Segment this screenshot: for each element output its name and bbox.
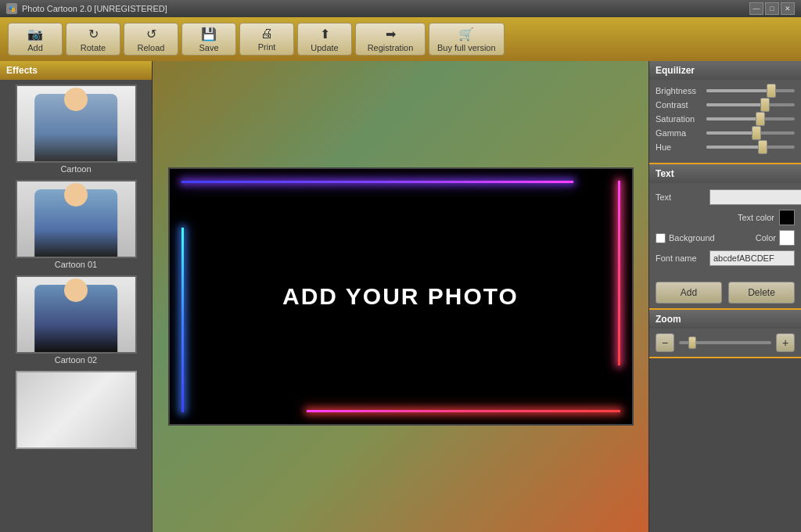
print-label: Print — [258, 42, 276, 52]
hue-row: Hue — [656, 142, 795, 152]
effect-thumbnail-cartoon01 — [16, 180, 137, 258]
effect-item-cartoon[interactable]: Cartoon — [3, 83, 149, 175]
zoom-out-button[interactable]: − — [656, 333, 674, 352]
update-button[interactable]: ⬆ Update — [297, 23, 352, 56]
buy-icon: 🛒 — [458, 27, 474, 41]
photo-sim — [17, 86, 135, 161]
saturation-row: Saturation — [656, 114, 795, 124]
neon-left — [181, 228, 184, 412]
save-button[interactable]: 💾 Save — [181, 23, 236, 56]
toolbar: 📷 Add ↻ Rotate ↺ Reload 💾 Save 🖨 Print ⬆… — [0, 17, 801, 61]
text-action-row: Add Delete — [649, 277, 801, 308]
registration-icon: ➡ — [386, 27, 396, 41]
main-area: Effects Cartoon — [0, 61, 801, 532]
effects-list[interactable]: Cartoon Cartoon 01 — [0, 80, 152, 532]
background-color-swatch[interactable] — [779, 230, 795, 246]
equalizer-header: Equilizer — [649, 61, 801, 80]
neon-bottom — [307, 410, 620, 412]
close-button[interactable]: ✕ — [781, 2, 795, 15]
background-checkbox[interactable] — [656, 233, 666, 243]
add-label: Add — [27, 43, 43, 52]
effect-label-cartoon01: Cartoon 01 — [55, 260, 97, 269]
text-section-body: Text Text color Background Color — [649, 183, 801, 277]
contrast-slider[interactable] — [706, 103, 795, 106]
canvas-frame[interactable]: ADD YOUR PHOTO — [168, 167, 634, 426]
save-label: Save — [199, 43, 218, 52]
add-button[interactable]: 📷 Add — [8, 23, 63, 56]
neon-frame — [181, 181, 620, 412]
print-button[interactable]: 🖨 Print — [239, 23, 294, 56]
save-icon: 💾 — [201, 27, 217, 41]
text-section: Text Text Text color Background C — [649, 164, 801, 310]
effect-item-cartoon01[interactable]: Cartoon 01 — [3, 178, 149, 271]
maximize-button[interactable]: □ — [765, 2, 779, 15]
text-field-label: Text — [656, 192, 706, 202]
buy-full-version-button[interactable]: 🛒 Buy full version — [429, 23, 505, 56]
effect-label-cartoon02: Cartoon 02 — [55, 355, 97, 365]
text-color-label: Text color — [738, 213, 774, 222]
font-name-row: Font name abcdefABCDEF — [656, 250, 795, 266]
print-icon: 🖨 — [260, 27, 273, 41]
zoom-in-button[interactable]: + — [776, 333, 795, 352]
app-icon: 🎭 — [6, 3, 17, 14]
gamma-label: Gamma — [656, 128, 706, 138]
minimize-button[interactable]: — — [749, 2, 763, 15]
titlebar: 🎭 Photo Cartoon 2.0 [UNREGISTERED] — □ ✕ — [0, 0, 801, 17]
brightness-label: Brightness — [656, 86, 706, 95]
neon-top — [181, 181, 573, 183]
photo-sim-01 — [17, 182, 135, 257]
gamma-slider[interactable] — [706, 131, 795, 135]
zoom-header: Zoom — [649, 310, 801, 329]
effects-header: Effects — [0, 61, 152, 80]
background-color-row: Background Color — [656, 230, 795, 246]
rotate-button[interactable]: ↻ Rotate — [66, 23, 120, 56]
text-color-row: Text color — [656, 210, 795, 225]
rotate-label: Rotate — [81, 43, 106, 52]
effect-thumbnail-cartoon — [16, 84, 137, 163]
registration-button[interactable]: ➡ Registration — [355, 23, 426, 56]
contrast-row: Contrast — [656, 100, 795, 110]
text-field-input[interactable] — [709, 189, 801, 205]
equalizer-body: Brightness Contrast Saturation — [649, 80, 801, 163]
photo-sim-02 — [17, 277, 135, 352]
effect-label-cartoon: Cartoon — [60, 164, 91, 174]
equalizer-section: Equilizer Brightness Contrast — [649, 61, 801, 164]
window-controls[interactable]: — □ ✕ — [749, 2, 795, 15]
brightness-row: Brightness — [656, 86, 795, 95]
effect-item-cartoon02[interactable]: Cartoon 02 — [3, 274, 149, 366]
effects-panel: Effects Cartoon — [0, 61, 153, 532]
reload-button[interactable]: ↺ Reload — [124, 23, 178, 56]
reload-label: Reload — [138, 43, 165, 52]
background-color-group: Color — [756, 230, 795, 246]
update-icon: ⬆ — [320, 27, 330, 41]
text-delete-button[interactable]: Delete — [728, 282, 795, 304]
camera-icon: 📷 — [27, 27, 43, 41]
zoom-thumb[interactable] — [688, 336, 696, 349]
rotate-icon: ↻ — [88, 27, 99, 41]
text-input-row: Text — [656, 189, 795, 205]
gamma-row: Gamma — [656, 128, 795, 138]
saturation-label: Saturation — [656, 114, 706, 124]
brightness-slider[interactable] — [706, 89, 795, 92]
registration-label: Registration — [368, 43, 414, 52]
zoom-slider[interactable] — [679, 341, 771, 344]
background-checkbox-label[interactable]: Background — [656, 233, 715, 243]
saturation-slider[interactable] — [706, 117, 795, 120]
text-color-swatch[interactable] — [779, 210, 795, 225]
zoom-section: Zoom − + — [649, 310, 801, 358]
effect-thumbnail-blank — [16, 371, 137, 449]
text-add-button[interactable]: Add — [656, 282, 722, 304]
font-name-label: Font name — [656, 253, 706, 263]
effect-item-blank[interactable] — [3, 369, 149, 452]
titlebar-left: 🎭 Photo Cartoon 2.0 [UNREGISTERED] — [6, 3, 167, 14]
hue-label: Hue — [656, 142, 706, 152]
effect-thumbnail-cartoon02 — [16, 275, 137, 354]
canvas-area[interactable]: ADD YOUR PHOTO — [153, 61, 648, 532]
update-label: Update — [311, 43, 338, 52]
contrast-label: Contrast — [656, 100, 706, 110]
hue-slider[interactable] — [706, 146, 795, 149]
font-preview[interactable]: abcdefABCDEF — [709, 250, 795, 266]
buy-label: Buy full version — [437, 43, 496, 52]
canvas-placeholder-text: ADD YOUR PHOTO — [282, 283, 519, 310]
zoom-row: − + — [649, 329, 801, 357]
